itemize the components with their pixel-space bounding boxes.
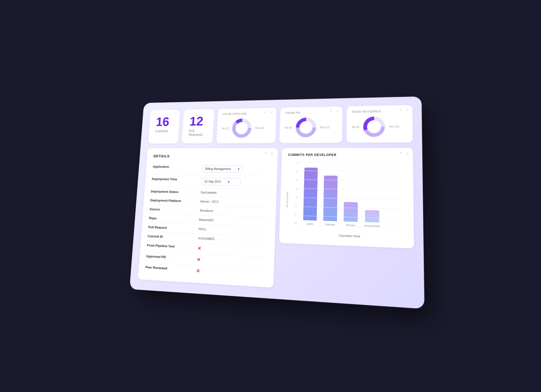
dashboard: 16 Commits 12 Pull Requests FROM PIPELIN…: [129, 96, 424, 309]
peer-reviewed-expand-icon[interactable]: ⤢: [406, 108, 408, 112]
application-dropdown-value: Billing Management: [205, 167, 231, 171]
details-expand-icon[interactable]: ⤢: [270, 151, 273, 155]
from-pipeline-no-label: No (2): [222, 127, 229, 130]
detail-label-peer-reviewed: Peer Reviewed: [145, 263, 194, 276]
detail-label-deployment-time: Deployment Time: [151, 175, 199, 188]
bar-richard-rect: [344, 202, 358, 222]
details-grid: Application Billing Management ▾ Deploym…: [145, 162, 270, 281]
y-axis-title: No of Commits: [286, 191, 289, 207]
deployment-time-dropdown[interactable]: 22 Sep 2022 ▾: [201, 178, 241, 186]
peer-reviewed-donut-container: No (5) Yes (11): [352, 115, 407, 139]
chart-badge: 4: [400, 151, 401, 154]
bar-unknown: Unknown: [323, 175, 337, 226]
peer-reviewed-card: PEER REVIEWED 2 ⤢ No (5) Yes (11): [346, 105, 413, 143]
application-dropdown-arrow: ▾: [238, 167, 240, 171]
bottom-row: DETAILS 9 ⤢ Application Billing Manageme…: [138, 148, 414, 296]
bar-richard: Richard: [343, 202, 357, 227]
pr-number: 12: [189, 115, 203, 127]
from-pipeline-yes-label: Yes (14): [255, 126, 264, 129]
from-pr-expand-icon[interactable]: ⤢: [336, 109, 338, 113]
chart-expand-icon[interactable]: ⤢: [406, 151, 409, 155]
bar-unknown-label: Unknown: [325, 223, 335, 226]
from-pipeline-donut-container: No (2) Yes (14): [221, 117, 271, 139]
pull-requests-card: 12 Pull Requests: [181, 109, 214, 143]
bar-jacob: Jacob: [303, 168, 317, 226]
bar-fergal-label: Fergal Dewitt: [364, 224, 379, 227]
from-pipeline-donut: [230, 117, 253, 139]
detail-label-deployment-status: Deployment Status: [150, 187, 198, 197]
y-label-7: 7: [296, 162, 298, 165]
deployment-time-dropdown-arrow: ▾: [228, 180, 230, 184]
y-label-6: 6: [296, 170, 297, 173]
from-pr-card: FROM PR 2 ⤢ No (4) Yes (12): [279, 107, 342, 143]
y-label-5: 5: [296, 179, 297, 182]
peer-reviewed-badge: 2: [399, 108, 401, 111]
details-badge: 9: [265, 151, 266, 154]
from-pipeline-tool-x-icon: ✕: [197, 245, 201, 251]
detail-label-application: Application: [152, 162, 200, 175]
chart-title: COMMITS PER DEVELOPER: [288, 153, 406, 157]
pr-label: Pull Requests: [189, 129, 203, 137]
bar-jacob-label: Jacob: [306, 223, 313, 225]
from-pr-yes-label: Yes (12): [320, 126, 330, 129]
commits-label: Commits: [155, 129, 168, 133]
detail-value-deployment-time: 22 Sep 2022 ▾: [198, 175, 270, 189]
from-pipeline-title: FROM PIPELINE: [223, 112, 271, 115]
bar-richard-label: Richard: [346, 224, 355, 227]
from-pr-badge: 2: [330, 110, 332, 113]
details-card: DETAILS 9 ⤢ Application Billing Manageme…: [138, 148, 278, 288]
deployment-time-dropdown-value: 22 Sep 2022: [204, 180, 221, 183]
detail-value-application: Billing Management ▾: [199, 163, 270, 176]
top-row: 16 Commits 12 Pull Requests FROM PIPELIN…: [148, 105, 413, 143]
from-pipeline-badge: 2: [265, 111, 266, 114]
bar-fergal: Fergal Dewitt: [364, 210, 379, 227]
from-pipeline-expand-icon[interactable]: ⤢: [270, 111, 273, 114]
peer-reviewed-yes-label: Yes (11): [389, 125, 399, 128]
y-label-0: 0: [295, 222, 296, 225]
bar-fergal-rect: [365, 210, 379, 223]
commits-per-developer-card: COMMITS PER DEVELOPER 4 ⤢ No of Commits …: [279, 148, 414, 249]
from-pr-donut-container: No (4) Yes (12): [284, 116, 337, 139]
y-axis: 7 6 5 4 3 2 1 0: [291, 162, 298, 225]
from-pipeline-card: FROM PIPELINE 2 ⤢ No (2) Yes (14): [216, 108, 276, 143]
application-dropdown[interactable]: Billing Management ▾: [202, 165, 243, 173]
from-pr-donut: [294, 116, 318, 139]
y-label-3: 3: [295, 196, 297, 198]
commits-card: 16 Commits: [148, 110, 180, 144]
detail-label-deployment-platform: Deployment Platform: [150, 196, 198, 206]
bars-container: Jacob Unknown Richard: [298, 162, 404, 229]
commits-number: 16: [156, 115, 170, 128]
chart-area: Jacob Unknown Richard: [298, 162, 404, 229]
peer-reviewed-title: PEER REVIEWED: [352, 109, 407, 114]
x-axis-title: Committer Final: [297, 233, 404, 240]
from-pr-title: FROM PR: [285, 110, 337, 114]
peer-reviewed-no-label: No (5): [352, 125, 359, 128]
bar-chart-wrapper: No of Commits 7 6 5 4 3 2 1 0: [286, 159, 407, 243]
y-label-2: 2: [295, 204, 296, 207]
bar-jacob-rect: [303, 168, 318, 221]
peer-reviewed-donut: [362, 115, 387, 139]
detail-value-deployment-status: Succeeded: [198, 188, 269, 198]
approved-pr-x-icon: ✕: [196, 257, 200, 263]
bar-unknown-rect: [323, 175, 338, 221]
from-pr-no-label: No (4): [285, 126, 292, 129]
y-label-4: 4: [295, 187, 297, 190]
details-title: DETAILS: [153, 154, 270, 159]
y-label-1: 1: [295, 213, 296, 216]
peer-reviewed-x-icon: ✕: [196, 268, 200, 274]
detail-label-source: Source: [149, 205, 197, 215]
